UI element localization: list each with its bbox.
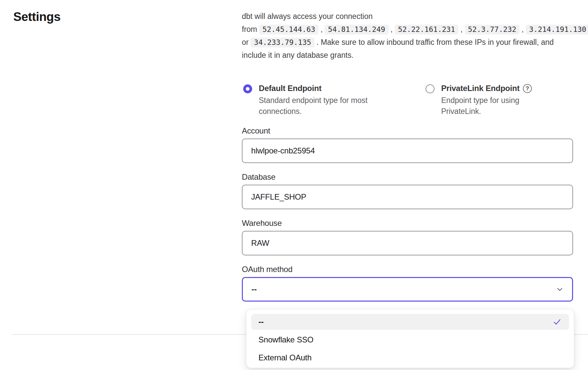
warehouse-input[interactable] [242, 231, 573, 255]
check-icon [552, 317, 562, 326]
database-input[interactable] [242, 185, 573, 209]
radio-button-icon[interactable] [426, 84, 435, 93]
endpoint-option-description: Endpoint type for using PrivateLink. [441, 95, 526, 117]
field-account: Account [242, 126, 573, 163]
ip-address-pill: 34.233.79.135 [250, 38, 314, 47]
oauth-method-dropdown: -- Snowflake SSO External OAuth [246, 309, 574, 368]
endpoint-option-description: Standard endpoint type for most connecti… [259, 95, 373, 117]
intro-paragraph: dbt will always access your connection f… [242, 0, 562, 62]
help-icon[interactable]: ? [523, 84, 532, 93]
database-label: Database [242, 172, 573, 182]
endpoint-type-radio-group: Default Endpoint Standard endpoint type … [243, 84, 573, 117]
endpoint-option-texts: PrivateLink Endpoint ? Endpoint type for… [441, 84, 532, 117]
warehouse-label: Warehouse [242, 219, 573, 228]
endpoint-option-texts: Default Endpoint Standard endpoint type … [259, 84, 373, 117]
field-oauth-method: OAuth method -- [242, 265, 573, 302]
account-input[interactable] [242, 139, 573, 163]
page-title: Settings [13, 10, 60, 24]
oauth-method-label: OAuth method [242, 265, 573, 274]
endpoint-option-label: PrivateLink Endpoint [441, 84, 520, 93]
settings-page: Settings dbt will always access your con… [0, 0, 588, 370]
field-warehouse: Warehouse [242, 219, 573, 255]
chevron-down-icon [555, 285, 564, 294]
ip-address-pill: 52.45.144.63 [259, 25, 319, 35]
dropdown-option-label: -- [258, 317, 264, 326]
oauth-method-selected-value: -- [251, 285, 257, 294]
ip-address-pill: 54.81.134.249 [325, 25, 388, 35]
ip-address-pill: 52.3.77.232 [465, 25, 520, 35]
oauth-method-select[interactable]: -- [242, 277, 573, 302]
field-database: Database [242, 172, 573, 209]
dropdown-option-label: External OAuth [258, 353, 312, 362]
dropdown-option-snowflake-sso[interactable]: Snowflake SSO [251, 332, 569, 348]
dropdown-option-external-oauth[interactable]: External OAuth [251, 350, 569, 366]
radio-option-default-endpoint[interactable]: Default Endpoint Standard endpoint type … [243, 84, 426, 117]
radio-button-icon[interactable] [243, 84, 252, 93]
dropdown-option-blank[interactable]: -- [251, 314, 569, 330]
ip-address-pill: 52.22.161.231 [395, 25, 458, 35]
dropdown-option-label: Snowflake SSO [258, 335, 313, 344]
radio-option-privatelink-endpoint[interactable]: PrivateLink Endpoint ? Endpoint type for… [426, 84, 532, 117]
account-label: Account [242, 126, 573, 136]
endpoint-option-label: Default Endpoint [259, 84, 322, 93]
ip-address-pill: 3.214.191.130 [526, 25, 588, 35]
connection-settings-panel: dbt will always access your connection f… [242, 0, 573, 302]
